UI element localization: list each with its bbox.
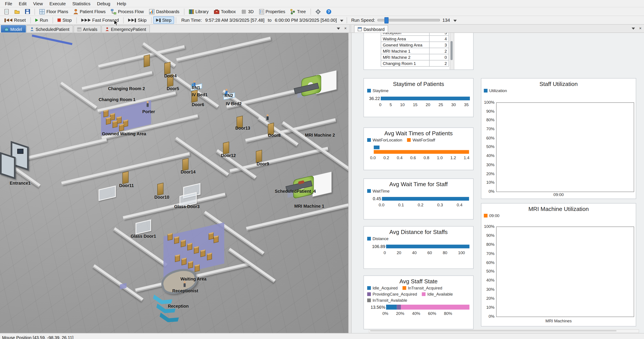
chart-title: Avg Wait Times of Patients: [364, 128, 473, 136]
run-icon: [35, 19, 38, 22]
table-row[interactable]: Waiting Area4: [381, 36, 448, 42]
floor-plans-button[interactable]: Floor Plans: [37, 8, 71, 16]
tree-button[interactable]: Tree: [288, 8, 308, 16]
stop-button[interactable]: Stop: [54, 17, 74, 24]
menu-item[interactable]: Statistics: [69, 1, 94, 6]
help-button[interactable]: ?: [324, 8, 334, 16]
run-label: Run: [40, 18, 48, 23]
table-scrollbar[interactable]: [450, 33, 454, 70]
tab-arrivals[interactable]: Arrivals: [74, 25, 101, 33]
staff-porter-figure: [146, 101, 149, 107]
legend-item: Idle_Available: [422, 292, 453, 296]
arrivals-tab-icon: [77, 27, 81, 31]
legend-swatch: [367, 292, 371, 296]
y-tick-label: 50%: [486, 145, 494, 149]
process-flow-button[interactable]: Process Flow: [108, 8, 146, 16]
menu-item[interactable]: Edit: [16, 1, 30, 6]
legend-swatch: [367, 89, 371, 93]
chart-title: Avg Distance for Staffs: [364, 226, 473, 235]
tab-dashboard[interactable]: Dashboard: [354, 25, 388, 33]
open-model-button[interactable]: [12, 8, 22, 16]
table-row[interactable]: Gowned Waiting Area3: [381, 42, 448, 48]
table-row[interactable]: MRI Machine 12: [381, 48, 448, 54]
menu-item[interactable]: Help: [114, 1, 130, 6]
scene-object-label: Door8: [268, 133, 280, 138]
right-pane-close-button[interactable]: ×: [638, 26, 642, 31]
tick-label: 1.2: [450, 155, 456, 160]
dashboards-button[interactable]: Dashboards: [147, 8, 182, 16]
3d-view-button[interactable]: 3D: [239, 8, 256, 16]
menu-item[interactable]: Debug: [94, 1, 114, 6]
toolbar-separator: [184, 8, 184, 15]
reset-button[interactable]: Reset: [2, 17, 29, 24]
model-3d-viewport[interactable]: Door4Changing Room 2Door5RN1IV Bed1RN2IV…: [0, 33, 348, 333]
patient-flows-button[interactable]: Patient Flows: [71, 8, 108, 16]
scene-object-label: MRI Machine 2: [305, 132, 335, 138]
left-pane-menu-caret[interactable]: [336, 26, 341, 31]
tab-scheduledpatient[interactable]: ScheduledPatient: [26, 25, 73, 33]
settings-button[interactable]: [313, 8, 323, 16]
y-tick-label: 30%: [486, 162, 494, 167]
legend-item: Utilization: [484, 88, 507, 93]
staff-state-stacked-bar: [386, 304, 470, 310]
tab-row: Model ScheduledPatient Arrivals Emergenc…: [0, 25, 644, 33]
tab-model[interactable]: Model: [1, 25, 26, 33]
properties-button[interactable]: Properties: [256, 8, 288, 16]
run-time-end-value[interactable]: 6:00:00 PM 3/26/2025 [540.00]: [275, 18, 337, 23]
y-tick-label: 50%: [486, 269, 494, 274]
table-row[interactable]: Changing Room 12: [381, 60, 448, 67]
run-time-dropdown[interactable]: [338, 17, 345, 24]
entrance-sign: [17, 149, 24, 154]
table-row[interactable]: Reception5: [381, 33, 448, 36]
dashboard-hscrollbar[interactable]: [369, 329, 639, 333]
step-label: Step: [162, 18, 171, 23]
left-pane-close-button[interactable]: ×: [344, 26, 348, 31]
legend-item: 09:00: [484, 213, 500, 218]
reset-icon: [4, 18, 12, 22]
patient-figure: [266, 114, 268, 120]
scheduledpatient-tab-icon: [30, 27, 34, 31]
svg-text:?: ?: [328, 10, 330, 14]
tab-emergencypatient[interactable]: EmergencyPatient: [102, 25, 150, 33]
x-ticks: 020406080100: [384, 250, 465, 255]
chart-legend: Distance: [364, 235, 473, 241]
right-pane-menu-caret[interactable]: [631, 26, 636, 31]
new-model-button[interactable]: [2, 8, 12, 16]
legend-swatch: [484, 214, 488, 217]
tick-label: 60%: [428, 311, 436, 316]
x-ticks: 0%20%40%60%80%: [382, 311, 452, 316]
skip-icon: [128, 18, 136, 22]
library-button[interactable]: Library: [186, 8, 211, 16]
tick-label: 0.4: [457, 203, 462, 207]
run-speed-slider[interactable]: [378, 19, 440, 21]
tick-label: 100: [458, 250, 465, 255]
table-row[interactable]: MRI Machine 20: [381, 54, 448, 60]
run-speed-dropdown[interactable]: [452, 17, 458, 24]
run-time-start-value[interactable]: 9:57:28 AM 3/26/2025 [57.48]: [205, 18, 264, 23]
bar-value-label: 0.45: [365, 196, 381, 201]
run-separator: [30, 17, 31, 23]
run-button[interactable]: Run: [32, 17, 51, 24]
run-separator: [176, 17, 176, 23]
right-pane-tabs: Dashboard ×: [349, 25, 644, 33]
bar-area: [382, 197, 470, 200]
scene-object-label: IV Bed1: [192, 92, 208, 97]
menu-item[interactable]: File: [2, 1, 16, 6]
pane-splitter[interactable]: [348, 33, 352, 333]
run-speed-slider-handle[interactable]: [384, 17, 388, 24]
step-button[interactable]: Step: [153, 17, 174, 24]
menu-item[interactable]: Execute: [46, 1, 69, 6]
toolbox-button[interactable]: Toolbox: [212, 8, 238, 15]
save-model-button[interactable]: [22, 8, 32, 15]
staytime-bar: [381, 97, 470, 100]
menu-item[interactable]: View: [30, 1, 46, 6]
dashboard-panel: Reception5Waiting Area4Gowned Waiting Ar…: [352, 33, 644, 333]
mri-utilization-plot: [496, 226, 634, 317]
scene-object-label: Receptionist: [172, 288, 198, 293]
wait-time-staff-card: Avg Wait Time for Staff WaitTime 0.45 0.…: [364, 178, 474, 220]
skip-button[interactable]: Skip: [126, 17, 150, 24]
y-tick-label: 20%: [486, 171, 494, 176]
y-tick-label: 80%: [486, 118, 494, 122]
tick-label: 5: [390, 102, 392, 107]
tick-label: 1.4: [464, 155, 470, 160]
